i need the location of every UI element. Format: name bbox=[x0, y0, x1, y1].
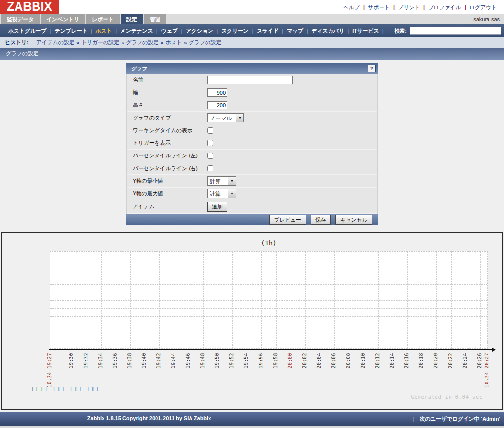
x-tick-label: 20:12 bbox=[375, 353, 380, 369]
x-tick-label: 20:26 bbox=[477, 353, 482, 369]
copyright-label: Zabbix 1.8.15 Copyright 2001-2011 by SIA… bbox=[87, 415, 211, 421]
form-row-width: 幅 bbox=[127, 86, 377, 99]
login-status-link[interactable]: |次のユーザでログイン中 'Admin' bbox=[413, 415, 500, 423]
form-title: グラフ bbox=[131, 66, 148, 71]
breadcrumb-item-triggers[interactable]: トリガーの設定 bbox=[81, 39, 119, 46]
yaxis-max-select[interactable]: 計算 ▼ bbox=[207, 189, 236, 198]
graph-preview: (1h) 10.24 19:2719:3019:3219:3419:3619:3… bbox=[1, 232, 503, 410]
x-tick-label: 20:14 bbox=[389, 353, 395, 369]
submenu-hosts[interactable]: ホスト bbox=[96, 27, 112, 34]
x-tick-label: 19:56 bbox=[258, 353, 263, 369]
submenu-separator: | bbox=[50, 28, 52, 34]
submenu-maintenance[interactable]: メンテナンス bbox=[120, 27, 153, 34]
breadcrumb-separator: » bbox=[160, 40, 163, 46]
submenu-actions[interactable]: アクション bbox=[186, 27, 213, 34]
tab-monitoring[interactable]: 監視データ bbox=[1, 14, 40, 24]
h-gridline bbox=[50, 341, 487, 341]
items-label: アイテム bbox=[127, 203, 207, 210]
x-tick-label: 19:58 bbox=[273, 353, 278, 369]
tab-administration[interactable]: 管理 bbox=[144, 14, 166, 24]
working-time-checkbox[interactable] bbox=[207, 127, 213, 134]
legend-placeholder-boxes: □□□ bbox=[32, 384, 47, 393]
graph-type-value: ノーマル bbox=[208, 114, 236, 122]
x-tick-label: 19:52 bbox=[229, 353, 234, 369]
submenu-web[interactable]: ウェブ bbox=[161, 27, 178, 34]
breadcrumb-item-hosts[interactable]: ホスト bbox=[165, 39, 182, 46]
support-link[interactable]: サポート bbox=[368, 4, 390, 10]
x-tick-label: 20:24 bbox=[462, 353, 468, 369]
help-link[interactable]: ヘルプ bbox=[343, 4, 360, 10]
x-tick-label: 19:44 bbox=[171, 353, 176, 369]
tab-configuration[interactable]: 設定 bbox=[121, 14, 143, 24]
show-triggers-checkbox[interactable] bbox=[207, 140, 213, 146]
x-tick-label: 19:38 bbox=[127, 353, 132, 369]
page-title: グラフの設定 bbox=[0, 48, 504, 60]
breadcrumb-item-graphs[interactable]: グラフの設定 bbox=[126, 39, 158, 46]
submenu-separator: | bbox=[115, 28, 117, 34]
plot-area bbox=[50, 251, 488, 349]
yaxis-max-value: 計算 bbox=[208, 189, 228, 198]
working-time-label: ワーキングタイムの表示 bbox=[127, 127, 207, 134]
main-menu-bar: 監視データ インベントリ レポート 設定 管理 sakura-sas bbox=[0, 14, 504, 24]
link-separator: | bbox=[465, 4, 466, 10]
print-link[interactable]: プリント bbox=[398, 4, 420, 10]
name-field[interactable] bbox=[207, 76, 293, 84]
profile-link[interactable]: プロファイル bbox=[428, 4, 461, 10]
name-label: 名前 bbox=[127, 76, 207, 84]
zabbix-logo[interactable]: ZABBIX bbox=[0, 0, 59, 14]
submenu-host-groups[interactable]: ホストグループ bbox=[8, 27, 47, 34]
percentile-right-label: パーセンタイルライン (右) bbox=[127, 165, 207, 172]
submenu-discovery[interactable]: ディスカバリ bbox=[312, 27, 345, 34]
submenu-separator: | bbox=[217, 28, 218, 34]
save-button[interactable]: 保存 bbox=[311, 215, 331, 225]
form-row-show-triggers: トリガーを表示 bbox=[127, 137, 377, 150]
help-icon[interactable]: ? bbox=[368, 65, 376, 72]
axis-arrow-icon bbox=[492, 348, 496, 352]
submenu-templates[interactable]: テンプレート bbox=[54, 27, 87, 34]
submenu-separator: | bbox=[282, 28, 283, 34]
content-area: グラフ ? 名前 幅 高さ グラフのタイプ ノーマル ▼ bbox=[0, 60, 504, 232]
tab-inventory[interactable]: インベントリ bbox=[41, 14, 86, 24]
x-tick-label: 19:36 bbox=[112, 353, 118, 369]
tab-reports[interactable]: レポート bbox=[86, 14, 120, 24]
percentile-right-checkbox[interactable] bbox=[207, 165, 213, 171]
submenu-maps[interactable]: マップ bbox=[287, 27, 303, 34]
search-label: 検索: bbox=[394, 27, 407, 34]
x-tick-label: 20:20 bbox=[433, 353, 438, 369]
graph-type-select[interactable]: ノーマル ▼ bbox=[207, 113, 244, 122]
breadcrumb-separator: » bbox=[184, 40, 187, 46]
form-row-items: アイテム 追加 bbox=[127, 200, 377, 214]
history-breadcrumb: ヒストリ: アイテムの設定» トリガーの設定» グラフの設定» ホスト» グラフ… bbox=[0, 37, 504, 48]
h-gridline bbox=[50, 316, 487, 317]
x-tick-label: 20:02 bbox=[302, 353, 307, 369]
x-tick-label: 19:34 bbox=[98, 353, 103, 369]
percentile-left-checkbox[interactable] bbox=[207, 153, 213, 159]
x-tick-label: 19:54 bbox=[243, 353, 249, 369]
chevron-down-icon: ▼ bbox=[236, 114, 243, 122]
submenu-separator: | bbox=[91, 28, 92, 34]
logout-link[interactable]: ログアウト bbox=[469, 4, 497, 10]
breadcrumb-item-items[interactable]: アイテムの設定 bbox=[36, 39, 74, 46]
h-gridline bbox=[50, 325, 487, 325]
yaxis-min-select[interactable]: 計算 ▼ bbox=[207, 176, 236, 186]
preview-button[interactable]: プレビュー bbox=[269, 215, 306, 225]
server-name-label: sakura-sas bbox=[473, 17, 500, 22]
legend-placeholder-boxes: □□ bbox=[71, 384, 81, 393]
form-row-percentile-left: パーセンタイルライン (左) bbox=[127, 150, 377, 162]
x-tick-label: 20:10 bbox=[360, 353, 365, 369]
chart-title: (1h) bbox=[50, 240, 488, 247]
form-row-working-time: ワーキングタイムの表示 bbox=[127, 124, 377, 137]
x-tick-label: 19:40 bbox=[141, 353, 147, 369]
chevron-down-icon: ▼ bbox=[228, 177, 236, 185]
breadcrumb-item-graphs-2[interactable]: グラフの設定 bbox=[189, 39, 221, 46]
search-input[interactable] bbox=[410, 27, 501, 35]
x-tick-label: 20:16 bbox=[404, 353, 409, 369]
cancel-button[interactable]: キャンセル bbox=[335, 215, 372, 225]
add-item-button[interactable]: 追加 bbox=[207, 202, 227, 212]
submenu-screens[interactable]: スクリーン bbox=[221, 27, 248, 34]
width-field[interactable] bbox=[207, 88, 227, 97]
height-field[interactable] bbox=[207, 101, 227, 109]
submenu-slides[interactable]: スライド bbox=[257, 27, 278, 34]
h-gridline bbox=[50, 308, 487, 309]
submenu-it-services[interactable]: ITサービス bbox=[352, 27, 379, 34]
